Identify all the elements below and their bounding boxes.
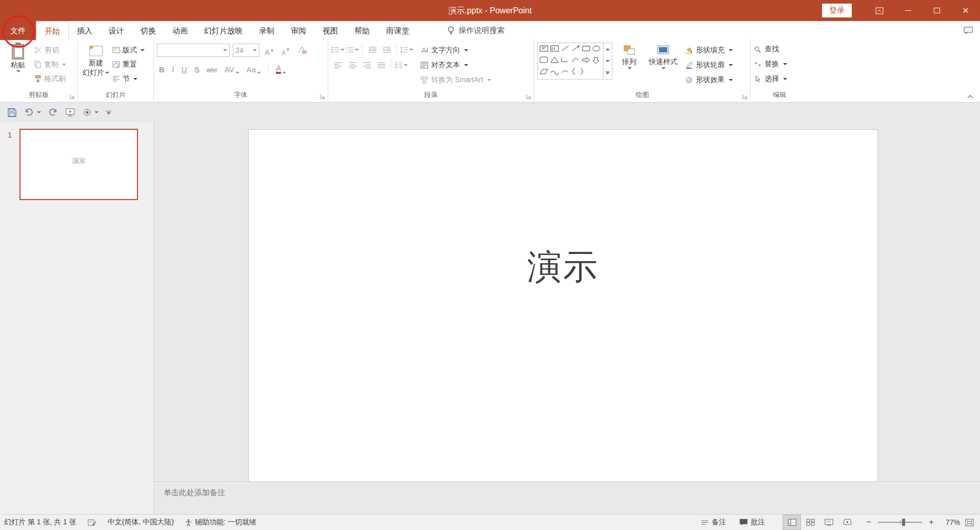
clear-formatting-button[interactable]: [295, 44, 309, 56]
undo-button[interactable]: [24, 108, 41, 117]
font-name-combo[interactable]: [157, 44, 230, 57]
customize-qat-button[interactable]: [106, 111, 111, 114]
file-tab[interactable]: 文件: [0, 21, 36, 40]
text-direction-dropdown-icon[interactable]: [464, 49, 468, 51]
font-color-dropdown-icon[interactable]: [282, 72, 286, 74]
reading-view-button[interactable]: [819, 515, 838, 530]
columns-dropdown-icon[interactable]: [404, 64, 408, 66]
columns-button[interactable]: [394, 59, 408, 71]
bold-button[interactable]: B: [157, 62, 167, 74]
notes-pane[interactable]: 单击此处添加备注: [154, 481, 980, 514]
justify-button[interactable]: [374, 59, 388, 71]
font-size-combo[interactable]: 24: [233, 44, 259, 57]
shape-fill-dropdown-icon[interactable]: [729, 49, 733, 51]
slideshow-view-button[interactable]: [838, 515, 856, 530]
login-button[interactable]: 登录: [822, 4, 852, 17]
align-text-button[interactable]: 对齐文本: [421, 58, 491, 71]
section-button[interactable]: 节: [111, 72, 146, 85]
layout-button[interactable]: 版式: [111, 44, 146, 56]
shape-effects-dropdown-icon[interactable]: [729, 79, 733, 81]
start-slideshow-button[interactable]: [65, 108, 75, 117]
find-button[interactable]: 查找: [754, 43, 805, 55]
tab-record[interactable]: 录制: [251, 21, 283, 40]
copy-button[interactable]: 复制: [33, 58, 68, 71]
undo-dropdown-icon[interactable]: [37, 111, 41, 113]
quick-styles-dropdown-icon[interactable]: [662, 67, 666, 69]
zoom-slider-handle[interactable]: [902, 519, 905, 526]
clipboard-dialog-launcher[interactable]: [69, 93, 75, 100]
font-size-dropdown-icon[interactable]: [253, 49, 257, 51]
slide-thumbnail-panel[interactable]: 1 演示: [0, 122, 154, 514]
normal-view-button[interactable]: [783, 515, 801, 530]
shape-fill-button[interactable]: 形状填充: [685, 44, 733, 56]
new-slide-button[interactable]: 新建 幻灯片: [81, 43, 111, 90]
notes-placeholder[interactable]: 单击此处添加备注: [164, 488, 225, 498]
accessibility-status-button[interactable]: 辅助功能: 一切就绪: [185, 518, 256, 527]
gallery-scroll-down-button[interactable]: [604, 55, 612, 67]
tab-rain-classroom[interactable]: 雨课堂: [378, 21, 417, 40]
increase-indent-button[interactable]: [380, 44, 393, 56]
comments-toggle-button[interactable]: 批注: [739, 518, 765, 527]
tab-transitions[interactable]: 切换: [132, 21, 164, 40]
text-shadow-button[interactable]: S: [192, 62, 202, 74]
select-button[interactable]: 选择: [754, 72, 805, 85]
font-dialog-launcher[interactable]: [319, 93, 326, 100]
character-spacing-button[interactable]: AV: [223, 62, 242, 74]
line-spacing-dropdown-icon[interactable]: [409, 49, 413, 51]
align-text-dropdown-icon[interactable]: [464, 64, 468, 66]
tab-animations[interactable]: 动画: [164, 21, 196, 40]
touch-mode-button[interactable]: [83, 108, 98, 117]
font-color-button[interactable]: A: [274, 62, 288, 74]
section-dropdown-icon[interactable]: [133, 78, 137, 80]
line-spacing-button[interactable]: [400, 44, 413, 56]
arrange-dropdown-icon[interactable]: [628, 67, 632, 69]
zoom-out-button[interactable]: −: [864, 517, 874, 527]
italic-button[interactable]: I: [170, 62, 176, 74]
text-direction-button[interactable]: 文字方向: [421, 44, 491, 56]
change-case-dropdown-icon[interactable]: [257, 72, 261, 74]
maximize-button[interactable]: [923, 0, 951, 21]
tab-view[interactable]: 视图: [314, 21, 346, 40]
gallery-more-button[interactable]: [604, 67, 612, 79]
gallery-scroll-up-button[interactable]: [604, 43, 612, 55]
paste-dropdown-icon[interactable]: [16, 70, 21, 72]
zoom-in-button[interactable]: +: [926, 517, 936, 527]
shape-outline-button[interactable]: 形状轮廓: [685, 58, 733, 71]
tab-slideshow[interactable]: 幻灯片放映: [196, 21, 251, 40]
convert-smartart-button[interactable]: 转换为 SmartArt: [421, 73, 491, 86]
strikethrough-button[interactable]: abc: [205, 62, 219, 74]
notes-toggle-button[interactable]: 备注: [701, 518, 726, 527]
numbering-button[interactable]: [346, 44, 359, 56]
copy-dropdown-icon[interactable]: [62, 64, 66, 66]
shape-effects-button[interactable]: 形状效果: [685, 73, 733, 86]
zoom-slider[interactable]: [878, 515, 922, 530]
paragraph-dialog-launcher[interactable]: [526, 93, 532, 100]
drawing-dialog-launcher[interactable]: [742, 93, 748, 100]
replace-button[interactable]: 替换: [754, 57, 805, 70]
cut-button[interactable]: 剪切: [33, 44, 68, 56]
align-center-button[interactable]: [346, 59, 359, 71]
arrange-button[interactable]: 排列: [617, 43, 641, 90]
tab-insert[interactable]: 插入: [69, 21, 101, 40]
replace-dropdown-icon[interactable]: [783, 63, 787, 65]
paste-button[interactable]: 粘贴: [3, 43, 33, 90]
minimize-button[interactable]: [894, 0, 923, 21]
shape-outline-dropdown-icon[interactable]: [729, 64, 733, 66]
align-left-button[interactable]: [331, 59, 345, 71]
touch-mode-dropdown-icon[interactable]: [94, 111, 98, 113]
spellcheck-status-button[interactable]: [88, 519, 96, 526]
quick-styles-button[interactable]: 快速样式: [646, 43, 680, 90]
language-status-button[interactable]: 中文(简体, 中国大陆): [108, 518, 174, 527]
zoom-percentage[interactable]: 77%: [936, 518, 960, 526]
tab-home[interactable]: 开始: [36, 21, 69, 40]
layout-dropdown-icon[interactable]: [141, 49, 145, 51]
bullets-dropdown-icon[interactable]: [341, 49, 345, 51]
redo-button[interactable]: [48, 108, 58, 117]
save-button[interactable]: [7, 108, 17, 117]
select-dropdown-icon[interactable]: [783, 78, 787, 80]
slide-thumbnail[interactable]: 演示: [19, 129, 138, 200]
character-spacing-dropdown-icon[interactable]: [235, 72, 239, 74]
numbering-dropdown-icon[interactable]: [355, 49, 359, 51]
slide-editor[interactable]: 演示: [248, 129, 878, 483]
slide-number-status[interactable]: 幻灯片 第 1 张, 共 1 张: [4, 518, 76, 527]
